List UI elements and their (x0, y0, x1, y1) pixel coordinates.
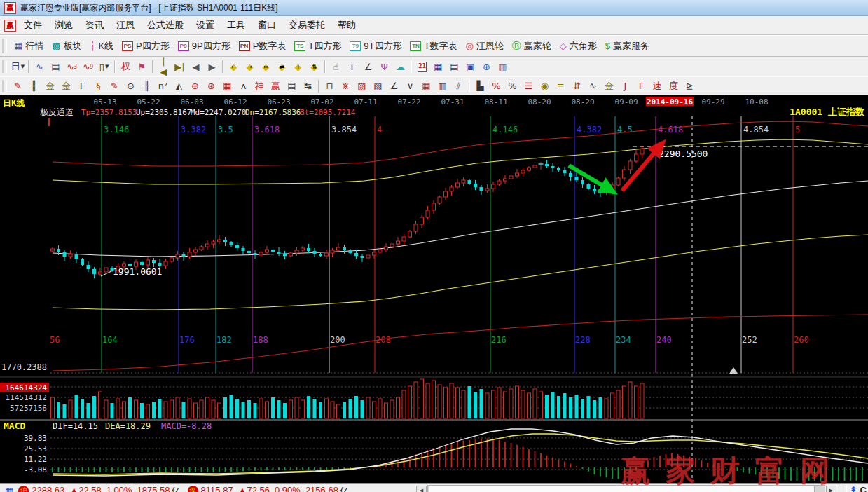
tool-stairs-button[interactable]: ▙ (472, 78, 488, 93)
tool-winner-service-button[interactable]: $赢家服务 (601, 39, 654, 54)
tool-winner-wheel-button[interactable]: Ⓑ赢家轮 (508, 39, 556, 54)
menu-item-窗口[interactable]: 窗口 (252, 17, 282, 34)
tool-ying-tool-button[interactable]: 赢 (268, 78, 284, 93)
tool-fan-lines-button[interactable]: ⋇ (338, 78, 354, 93)
tool-gold-circle-button[interactable]: ◉ (537, 78, 553, 93)
tool-calculator-button[interactable]: ▦ (430, 60, 446, 74)
menu-item-交易委托[interactable]: 交易委托 (282, 17, 331, 34)
tool-compass-button[interactable]: ⊕ (187, 78, 203, 93)
tool-circle-cycle-button[interactable]: ⊖ (123, 78, 139, 93)
shenzhen-quote[interactable]: 8115.87 ▲72.56 0.90% 2156.68 亿 (201, 485, 349, 492)
tool-kline-button[interactable]: ┆K线 (86, 39, 118, 54)
menu-item-设置[interactable]: 设置 (190, 17, 221, 34)
tool-percent-t-button[interactable]: % (488, 78, 504, 93)
tool-n-square-button[interactable]: n² (155, 78, 171, 93)
tool-shen-tool-button[interactable]: 神 (252, 78, 268, 93)
tool-mirror-button[interactable]: ◭ (171, 78, 187, 93)
tool-print-button[interactable]: ▥ (495, 60, 511, 74)
tool-spiral-button[interactable]: § (90, 78, 106, 93)
tool-fibonacci-button[interactable]: F (74, 78, 90, 93)
shenzhen-icon[interactable]: 深 (188, 486, 198, 492)
tool-grid-dense-button[interactable]: ╫ (139, 78, 155, 93)
tool-shade-box-2-button[interactable]: ▧ (370, 78, 386, 93)
tool-speed-line-button[interactable]: 速 (649, 78, 666, 93)
tool-zoom-left-button[interactable]: ◆← (226, 60, 242, 74)
tool-9p-square-button[interactable]: P99P四方形 (174, 39, 235, 54)
tool-zigzag-button[interactable]: ∨ (402, 78, 418, 93)
tool-zoom-horizontal-button[interactable]: ◆↔ (258, 60, 274, 74)
toolbar-grip[interactable] (2, 39, 7, 53)
tool-grid-lines-button[interactable]: ╫ (26, 78, 42, 93)
tool-span-arrows-button[interactable]: ↹ (300, 78, 316, 93)
tool-swap-axis-button[interactable]: ◆⇄ (274, 60, 290, 74)
tool-ex-rights-button[interactable]: 权 (118, 60, 134, 74)
tool-sectors-button[interactable]: ▩板块 (48, 39, 85, 54)
tool-save-button[interactable]: ▣ (462, 60, 478, 74)
market-grid-icon[interactable]: ▦ (5, 486, 13, 492)
tool-star-web-button[interactable]: ⊛ (203, 78, 219, 93)
tool-grid-dark-button[interactable]: ▥ (434, 78, 450, 93)
tool-j-angle-button[interactable]: J (617, 78, 633, 93)
tool-draw-pencil-2-button[interactable]: ✎ (106, 78, 123, 93)
tool-candle-style-button[interactable]: ▯▼ (96, 60, 112, 74)
tool-web-grid-button[interactable]: ▦ (219, 78, 235, 93)
scroll-left-button[interactable]: ◀ (416, 486, 427, 492)
tool-prev-button[interactable]: ◀ (188, 60, 204, 74)
tool-f-angle-button[interactable]: F (633, 78, 649, 93)
toolbar-grip[interactable] (2, 60, 7, 73)
kline-chart[interactable]: 05-1305-2206-0306-1206-2307-0207-1107-22… (0, 95, 868, 483)
scroll-right-button[interactable]: ▶ (826, 486, 836, 492)
tool-t-table-button[interactable]: TNT数字表 (406, 39, 461, 54)
horizontal-scrollbar[interactable]: ◀ ▶ (416, 485, 836, 492)
menu-item-帮助[interactable]: 帮助 (331, 17, 362, 34)
scrollbar-thumb[interactable] (429, 486, 815, 492)
tool-network-button[interactable]: ⊕ (478, 60, 495, 74)
tool-period-day-button[interactable]: 日▼ (10, 60, 26, 74)
tool-magic-tool-button[interactable]: Ψ (376, 60, 392, 74)
tool-ruler-123-button[interactable]: ▤ (284, 78, 300, 93)
tool-first-page-button[interactable]: |◀ (156, 60, 172, 74)
tool-gold-angle-button[interactable]: 金 (601, 78, 617, 93)
tool-t-square-button[interactable]: TST四方形 (290, 39, 345, 54)
menu-item-浏览[interactable]: 浏览 (48, 17, 79, 34)
tool-grid-red-button[interactable]: ▦ (418, 78, 434, 93)
menu-item-文件[interactable]: 文件 (18, 17, 48, 34)
tool-wave-9-button[interactable]: ∿9 (80, 60, 96, 74)
tool-draw-pencil-button[interactable]: ✎ (10, 78, 26, 93)
tool-percent-button[interactable]: % (504, 78, 521, 93)
tool-gold-grid-1-button[interactable]: 金 (42, 78, 58, 93)
scrollbar-track[interactable] (427, 485, 825, 492)
tool-9t-square-button[interactable]: T99T四方形 (345, 39, 406, 54)
tool-quotes-button[interactable]: ▦行情 (10, 39, 48, 54)
connection-antenna-icon[interactable]: ↟ (850, 485, 857, 492)
tool-box-select-button[interactable]: ⊓ (322, 78, 338, 93)
tool-levels-button[interactable]: ☰ (521, 78, 537, 93)
tool-gold-levels-button[interactable]: ≡ (553, 78, 569, 93)
shanghai-quote[interactable]: 2288.63 ▲22.58 1.00% 1875.58 亿 (32, 485, 180, 492)
tool-trend-check-button[interactable]: ⊵ (682, 78, 698, 93)
tool-angle-line-button[interactable]: ∠ (386, 78, 402, 93)
tool-info-board-button[interactable]: ▤ (48, 60, 64, 74)
tool-gold-grid-2-button[interactable]: 金 (58, 78, 74, 93)
tool-updown-button[interactable]: ⇵ (569, 78, 585, 93)
tool-calendar-button[interactable]: 21 (414, 60, 430, 74)
tool-zoom-vertical-button[interactable]: ◆⇅ (306, 60, 322, 74)
tool-flag-mark-button[interactable]: ⚑ (134, 60, 150, 74)
tool-angle-measure-button[interactable]: ∠ (360, 60, 376, 74)
tool-drag-hand-button[interactable]: ☝ (328, 60, 344, 74)
tool-last-page-button[interactable]: ▶| (172, 60, 188, 74)
tool-parallel-button[interactable]: ⫽ (450, 78, 467, 93)
tool-p-square-button[interactable]: PSP四方形 (118, 39, 174, 54)
menu-item-公式选股[interactable]: 公式选股 (141, 17, 190, 34)
tool-notes-button[interactable]: ▤ (446, 60, 462, 74)
tool-p-table-button[interactable]: PNP数字表 (235, 39, 291, 54)
tool-shade-box-button[interactable]: ▨ (354, 78, 370, 93)
tool-trend-curve-button[interactable]: ∿ (32, 60, 48, 74)
toolbar-grip[interactable] (2, 80, 7, 93)
tool-wave-line-button[interactable]: ∿ (585, 78, 601, 93)
tool-wave-3-button[interactable]: ∿3 (64, 60, 80, 74)
menu-item-江恩[interactable]: 江恩 (110, 17, 141, 34)
menu-item-资讯[interactable]: 资讯 (79, 17, 110, 34)
tool-peak-mark-button[interactable]: ʌ (235, 78, 252, 93)
tool-gann-wheel-button[interactable]: ◎江恩轮 (461, 39, 507, 54)
